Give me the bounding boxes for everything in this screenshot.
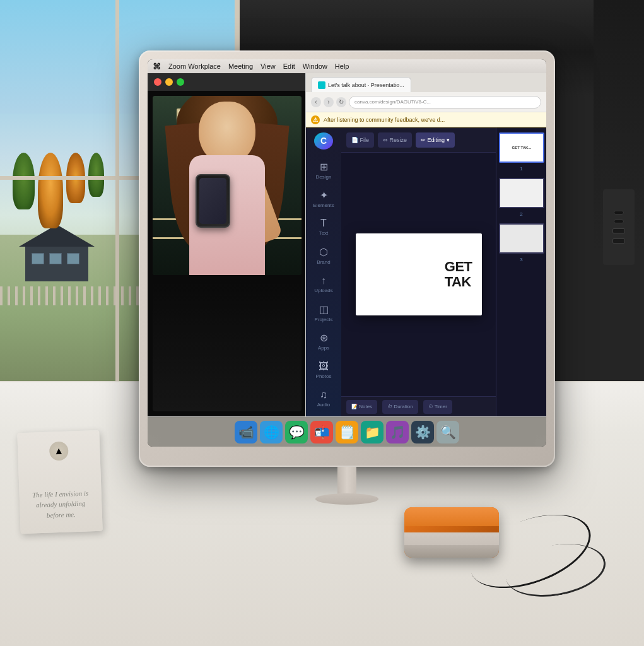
tree-4 <box>88 153 104 197</box>
canva-duration-btn[interactable]: ⏱ Duration <box>382 400 418 414</box>
zoom-titlebar <box>148 73 307 91</box>
brand-label: Brand <box>317 259 330 265</box>
canva-resize-btn[interactable]: ⇔ Resize <box>378 132 412 148</box>
design-label: Design <box>316 174 332 180</box>
dock-messages-icon[interactable]: 💬 <box>285 421 308 443</box>
dock-music-icon[interactable]: 🎵 <box>386 421 409 443</box>
macos-menubar: ⌘ Zoom Workplace Meeting View Edit Windo… <box>148 59 546 73</box>
uploads-label: Uploads <box>314 288 332 293</box>
slide-num-2: 2 <box>520 211 522 217</box>
forward-button[interactable]: › <box>324 97 334 107</box>
port-usb-c-1 <box>614 211 624 214</box>
audio-label: Audio <box>317 402 330 408</box>
canva-slide[interactable]: GET TAK <box>356 233 482 315</box>
canva-tool-text[interactable]: T Text <box>309 214 338 240</box>
monitor-back <box>594 0 644 252</box>
monitor-bezel: ⌘ Zoom Workplace Meeting View Edit Windo… <box>139 50 555 467</box>
canva-timer-btn[interactable]: ⏲ Timer <box>423 400 452 414</box>
canva-canvas-content[interactable]: GET TAK <box>341 153 496 396</box>
canva-canvas-area: 📄 File ⇔ Resize ✏ Editing ▾ GET TAK <box>341 127 496 416</box>
traffic-light-fullscreen[interactable] <box>177 78 184 86</box>
canva-tool-photos[interactable]: 🖼 Photos <box>309 357 338 383</box>
canva-slides-panel: GET TAK... 1 2 <box>496 127 546 416</box>
elements-label: Elements <box>313 203 334 208</box>
canva-tool-apps[interactable]: ⊛ Apps <box>309 328 338 354</box>
monitor-stand <box>315 467 378 505</box>
secondary-video-feed <box>153 281 302 411</box>
house-body <box>25 247 88 281</box>
dock-mail-icon[interactable]: 📬 <box>310 421 333 443</box>
traffic-light-close[interactable] <box>154 78 161 86</box>
dock-finder-icon[interactable]: 📁 <box>361 421 383 443</box>
dock-notes-icon[interactable]: 🗒️ <box>336 421 358 443</box>
canva-file-btn[interactable]: 📄 File <box>346 132 374 148</box>
canva-left-toolbar: C ⊞ Design ✦ Elements T Text <box>306 127 341 416</box>
house <box>19 231 95 281</box>
browser-window[interactable]: Let's talk about · Presentatio... ‹ › ↻ … <box>305 73 546 416</box>
zoom-video-area <box>148 91 307 416</box>
canva-editor: C ⊞ Design ✦ Elements T Text <box>306 127 546 416</box>
text-icon: T <box>320 218 327 229</box>
stand-base <box>315 493 378 505</box>
photos-icon: 🖼 <box>319 361 329 372</box>
canva-logo[interactable]: C <box>314 132 333 150</box>
card-text: The life I envision is already unfolding… <box>26 488 95 521</box>
url-text: canva.com/design/DAGUTiV8-C... <box>354 99 431 105</box>
slide-text: GET TAK <box>445 259 472 290</box>
audio-icon: ♫ <box>320 389 327 401</box>
slide-thumb-2[interactable] <box>499 178 544 208</box>
dock-spotlight-icon[interactable]: 🔍 <box>436 421 459 443</box>
canva-tab[interactable]: Let's talk about · Presentatio... <box>311 77 411 92</box>
canva-tab-icon <box>318 81 325 89</box>
dock-chrome-icon[interactable]: 🌐 <box>260 421 283 443</box>
zoom-menu-meeting[interactable]: Meeting <box>228 62 253 70</box>
canva-tool-audio[interactable]: ♫ Audio <box>309 385 338 411</box>
zoom-menu-app[interactable]: Zoom Workplace <box>168 62 221 70</box>
trees <box>13 134 88 235</box>
canva-editing-btn[interactable]: ✏ Editing ▾ <box>416 132 455 148</box>
canva-bottom-bar: 📝 Notes ⏱ Duration ⏲ Timer <box>341 396 496 416</box>
slide-3-content <box>500 225 543 252</box>
projects-icon: ◫ <box>319 303 329 315</box>
dock-settings-icon[interactable]: ⚙️ <box>411 421 434 443</box>
monitor: ⌘ Zoom Workplace Meeting View Edit Windo… <box>139 50 568 543</box>
canva-tool-design[interactable]: ⊞ Design <box>309 157 338 183</box>
canva-tool-elements[interactable]: ✦ Elements <box>309 185 338 211</box>
refresh-button[interactable]: ↻ <box>336 97 346 107</box>
tree-3 <box>66 153 85 203</box>
main-video-feed <box>153 96 302 275</box>
zoom-menu-edit[interactable]: Edit <box>283 62 295 70</box>
ports-area <box>603 189 635 265</box>
motivation-card: ▲ The life I envision is already unfoldi… <box>17 430 103 534</box>
back-button[interactable]: ‹ <box>311 97 321 107</box>
slide-text-line1: GET <box>445 259 472 274</box>
slide-1-content: GET TAK... <box>500 134 543 162</box>
photos-label: Photos <box>316 373 332 379</box>
url-bar[interactable]: canva.com/design/DAGUTiV8-C... <box>349 96 541 109</box>
browser-warning-banner: ⚠ After listening to community feedback,… <box>306 112 546 127</box>
warning-icon: ⚠ <box>311 115 320 124</box>
canva-tool-projects[interactable]: ◫ Projects <box>309 300 338 326</box>
zoom-menu-help[interactable]: Help <box>335 62 349 70</box>
canva-tool-brand[interactable]: ⬡ Brand <box>309 243 338 269</box>
zoom-menu-window[interactable]: Window <box>303 62 327 70</box>
person-container <box>153 96 302 275</box>
monitor-screen[interactable]: ⌘ Zoom Workplace Meeting View Edit Windo… <box>148 59 546 447</box>
person-phone <box>196 174 230 228</box>
tree-2 <box>38 153 63 228</box>
slide-thumb-3[interactable] <box>499 223 544 254</box>
apple-menu[interactable]: ⌘ <box>153 62 161 71</box>
browser-tabs: Let's talk about · Presentatio... <box>306 73 546 92</box>
slide-thumb-1[interactable]: GET TAK... <box>499 132 544 163</box>
slide-2-content <box>500 179 543 207</box>
zoom-menu-view[interactable]: View <box>261 62 276 70</box>
canva-notes-btn[interactable]: 📝 Notes <box>346 400 377 414</box>
traffic-light-minimize[interactable] <box>165 78 173 86</box>
tree-1 <box>13 153 35 209</box>
canva-tool-uploads[interactable]: ↑ Uploads <box>309 271 338 297</box>
dock-zoom-icon[interactable]: 📹 <box>235 421 257 443</box>
macos-dock: 📹 🌐 💬 📬 🗒️ 📁 🎵 ⚙️ 🔍 <box>148 416 546 447</box>
apps-icon: ⊛ <box>320 332 328 344</box>
design-icon: ⊞ <box>320 161 328 173</box>
house-window-3 <box>67 253 79 264</box>
